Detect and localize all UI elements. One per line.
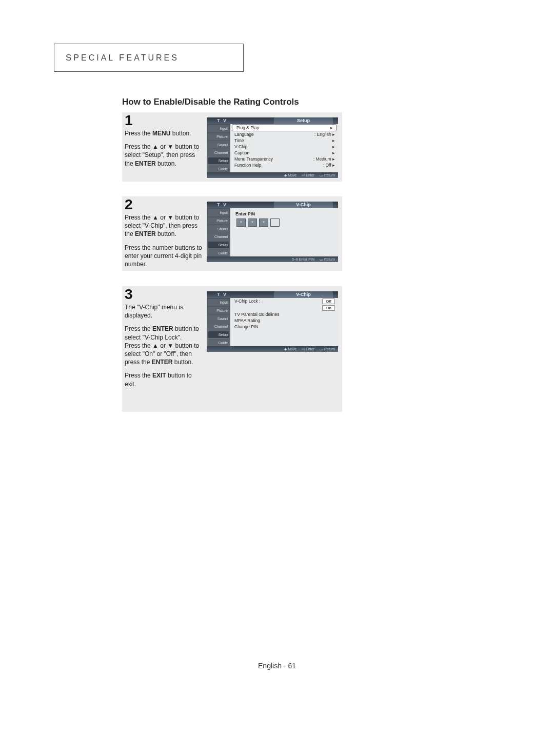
foot-enter: ⏎ Enter	[302, 347, 314, 351]
up-arrow-icon	[152, 214, 159, 221]
pin-digit: *	[248, 218, 257, 227]
down-arrow-icon	[167, 143, 173, 150]
step-2-number: 2	[125, 196, 133, 213]
down-arrow-icon	[167, 214, 173, 221]
step-3-number: 3	[125, 286, 133, 303]
step-1-number: 1	[125, 112, 133, 129]
menu-row: Menu Transparency: Medium ▸	[230, 156, 338, 162]
tv-tab: V-Chip	[274, 291, 333, 298]
menu-row: V-Chip▸	[230, 144, 338, 150]
down-arrow-icon	[167, 342, 173, 349]
section-header-box: SPECIAL FEATURES	[54, 44, 244, 72]
tv-titlebar: T V V-Chip	[207, 202, 338, 208]
up-arrow-icon	[152, 143, 159, 150]
tv-label: T V	[217, 118, 227, 123]
foot-pin: 0~9 Enter PIN	[292, 257, 314, 261]
step-2-text: Press the or button to select "V-Chip", …	[125, 213, 204, 268]
foot-return: ▭ Return	[320, 173, 335, 177]
tv-main-panel: V-Chip Lock : Off On TV Parental Guideli…	[230, 298, 338, 346]
menu-row: Change PIN	[230, 324, 338, 330]
section-header-text: SPECIAL FEATURES	[66, 53, 179, 63]
tv-tab: V-Chip	[274, 202, 333, 208]
sidebar-item: Channel	[208, 149, 229, 156]
menu-row-vchiplock: V-Chip Lock : Off On	[230, 298, 338, 311]
tv-screenshot-setup: T V Setup Input Picture Sound Channel Se…	[207, 117, 338, 178]
step-1-block: 1 Press the MENU button. Press the or bu…	[122, 112, 342, 182]
tv-footer: 0~9 Enter PIN ▭ Return	[207, 256, 338, 262]
foot-enter: ⏎ Enter	[302, 173, 314, 177]
menu-row: Time▸	[230, 137, 338, 144]
tv-label: T V	[217, 292, 227, 297]
tv-screenshot-pin: T V V-Chip Input Picture Sound Channel S…	[207, 202, 338, 262]
pin-entry-row: * * *	[230, 216, 338, 227]
tv-footer: ◆ Move ⏎ Enter ▭ Return	[207, 172, 338, 178]
tv-sidebar: Input Picture Sound Channel Setup Guide	[207, 124, 230, 172]
up-arrow-icon	[152, 342, 159, 349]
step-2-block: 2 Press the or button to select "V-Chip"…	[122, 196, 342, 271]
pin-digit-empty	[270, 218, 280, 227]
tv-titlebar: T V V-Chip	[207, 291, 338, 298]
option-on: On	[322, 305, 335, 311]
pin-digit: *	[236, 218, 246, 227]
manual-page: SPECIAL FEATURES How to Enable/Disable t…	[0, 0, 554, 756]
sidebar-item: Sound	[208, 141, 229, 148]
foot-move: ◆ Move	[284, 347, 296, 351]
enter-pin-label: Enter PIN	[230, 208, 338, 216]
menu-row: Language: English ▸	[230, 131, 338, 137]
sidebar-item-setup: Setup	[208, 157, 229, 165]
step-1-text: Press the MENU button. Press the or butt…	[125, 129, 204, 168]
tv-sidebar: Input Picture Sound Channel Setup Guide	[207, 298, 230, 346]
tv-main-panel: Plug & Play▸ Language: English ▸ Time▸ V…	[230, 124, 338, 172]
menu-row: MPAA Rating	[230, 317, 338, 324]
tv-titlebar: T V Setup	[207, 117, 338, 124]
sidebar-item: Picture	[208, 133, 229, 141]
step-3-block: 3 The "V-Chip" menu is displayed. Press …	[122, 286, 342, 412]
foot-return: ▭ Return	[320, 347, 335, 351]
tv-tab: Setup	[274, 117, 333, 124]
foot-move: ◆ Move	[284, 173, 296, 177]
menu-row: TV Parental Guidelines	[230, 311, 338, 317]
menu-row: Function Help: Off ▸	[230, 162, 338, 168]
menu-row-plugplay: Plug & Play▸	[232, 124, 337, 131]
option-off: Off	[322, 299, 335, 304]
tv-label: T V	[217, 202, 227, 207]
page-footer: English - 61	[0, 662, 554, 670]
menu-row: Caption▸	[230, 150, 338, 156]
step-3-text: The "V-Chip" menu is displayed. Press th…	[125, 303, 204, 388]
foot-return: ▭ Return	[320, 257, 335, 262]
sidebar-item: Input	[208, 125, 229, 132]
tv-sidebar: Input Picture Sound Channel Setup Guide	[207, 208, 230, 256]
sidebar-item: Guide	[208, 165, 229, 172]
tv-screenshot-vchip: T V V-Chip Input Picture Sound Channel S…	[207, 291, 338, 352]
page-title: How to Enable/Disable the Rating Control…	[122, 97, 299, 107]
pin-digit: *	[259, 218, 268, 227]
tv-footer: ◆ Move ⏎ Enter ▭ Return	[207, 346, 338, 352]
tv-main-panel: Enter PIN * * *	[230, 208, 338, 256]
right-arrow-icon: ▸	[330, 125, 333, 130]
